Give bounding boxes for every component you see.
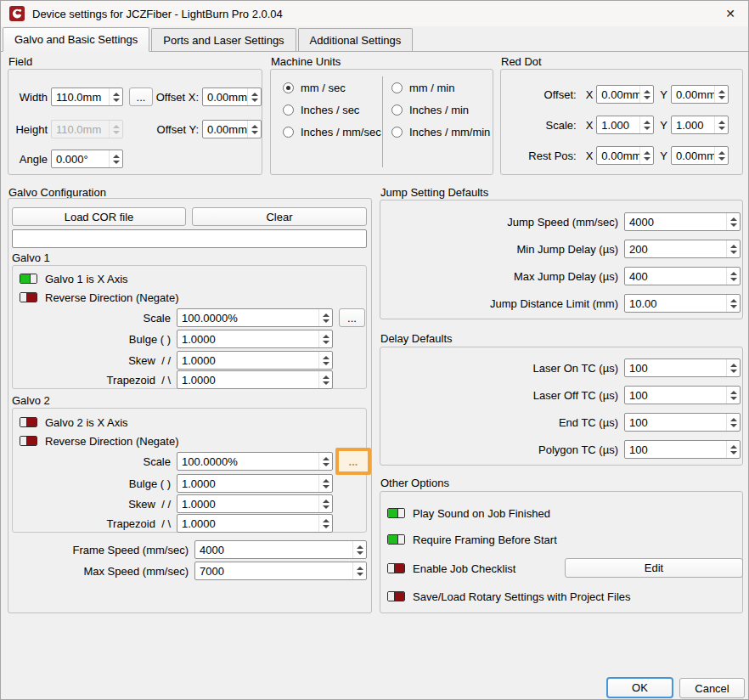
spin-down-icon[interactable] xyxy=(718,96,725,99)
spin-down-icon[interactable] xyxy=(730,278,737,281)
laser-on-tc-spinner[interactable] xyxy=(624,358,741,377)
spinner-arrows[interactable] xyxy=(639,86,653,103)
toggle-icon[interactable] xyxy=(20,292,37,302)
red-dot-rest-y-spinner[interactable] xyxy=(671,146,729,165)
spinner-arrows[interactable] xyxy=(247,88,261,105)
galvo2-x-axis-toggle-row[interactable]: Galvo 2 is X Axis xyxy=(20,415,128,429)
spinner-arrows[interactable] xyxy=(726,213,740,230)
ok-button[interactable]: OK xyxy=(606,677,673,698)
spinner-arrows[interactable] xyxy=(726,441,740,458)
spin-up-icon[interactable] xyxy=(323,479,329,483)
spin-down-icon[interactable] xyxy=(730,370,737,373)
spin-up-icon[interactable] xyxy=(730,418,737,421)
radio-inches-sec[interactable]: Inches / sec xyxy=(283,102,359,117)
close-icon[interactable]: ✕ xyxy=(721,7,740,20)
spin-up-icon[interactable] xyxy=(730,299,737,302)
max-jump-delay-input[interactable] xyxy=(625,268,726,285)
radio-icon[interactable] xyxy=(283,104,294,116)
galvo2-scale-spinner[interactable] xyxy=(177,452,333,471)
min-jump-delay-input[interactable] xyxy=(625,240,726,257)
galvo1-scale-input[interactable] xyxy=(177,309,318,326)
spin-up-icon[interactable] xyxy=(644,90,650,93)
clear-button[interactable]: Clear xyxy=(192,207,367,226)
spin-down-icon[interactable] xyxy=(644,127,650,130)
toggle-icon[interactable] xyxy=(20,436,37,446)
toggle-icon[interactable] xyxy=(20,417,37,427)
spinner-arrows[interactable] xyxy=(639,147,653,164)
toggle-icon[interactable] xyxy=(387,534,405,545)
spin-down-icon[interactable] xyxy=(323,381,329,385)
spinner-arrows[interactable] xyxy=(714,86,728,103)
galvo1-trapezoid-input[interactable] xyxy=(177,371,318,388)
spin-up-icon[interactable] xyxy=(718,90,725,93)
spin-down-icon[interactable] xyxy=(323,505,329,509)
spinner-arrows[interactable] xyxy=(352,541,366,558)
spinner-arrows[interactable] xyxy=(109,88,122,105)
field-width-spinner[interactable] xyxy=(51,88,123,106)
spin-down-icon[interactable] xyxy=(357,551,363,555)
spin-up-icon[interactable] xyxy=(323,313,329,317)
spin-up-icon[interactable] xyxy=(323,375,329,379)
radio-icon[interactable] xyxy=(391,127,403,138)
play-sound-toggle-row[interactable]: Play Sound on Job Finished xyxy=(387,506,550,520)
spin-up-icon[interactable] xyxy=(251,125,258,128)
rotary-settings-toggle-row[interactable]: Save/Load Rotary Settings with Project F… xyxy=(387,590,631,603)
spinner-arrows[interactable] xyxy=(318,515,332,532)
galvo1-bulge-input[interactable] xyxy=(177,330,318,347)
require-framing-toggle-row[interactable]: Require Framing Before Start xyxy=(387,533,557,546)
galvo2-skew-spinner[interactable] xyxy=(177,494,333,513)
galvo2-reverse-toggle-row[interactable]: Reverse Direction (Negate) xyxy=(20,434,179,448)
galvo1-trapezoid-spinner[interactable] xyxy=(177,370,333,389)
spinner-arrows[interactable] xyxy=(247,121,261,138)
spin-up-icon[interactable] xyxy=(323,457,329,460)
red-dot-rest-y-input[interactable] xyxy=(672,147,714,164)
polygon-tc-input[interactable] xyxy=(625,441,726,458)
radio-inches-min[interactable]: Inches / min xyxy=(391,102,469,117)
spinner-arrows[interactable] xyxy=(714,116,728,133)
spinner-arrows[interactable] xyxy=(318,330,332,347)
angle-input[interactable] xyxy=(52,150,109,167)
spinner-arrows[interactable] xyxy=(726,295,740,312)
spinner-arrows[interactable] xyxy=(318,475,332,492)
jump-distance-limit-input[interactable] xyxy=(625,295,726,312)
spin-up-icon[interactable] xyxy=(730,245,737,248)
spin-up-icon[interactable] xyxy=(644,151,650,155)
load-cor-file-button[interactable]: Load COR file xyxy=(12,207,186,226)
spin-down-icon[interactable] xyxy=(323,341,329,344)
spinner-arrows[interactable] xyxy=(726,387,740,404)
spin-down-icon[interactable] xyxy=(323,485,329,488)
red-dot-offset-y-spinner[interactable] xyxy=(671,85,729,104)
toggle-icon[interactable] xyxy=(387,591,405,601)
radio-icon[interactable] xyxy=(391,82,403,93)
galvo2-trapezoid-spinner[interactable] xyxy=(177,514,333,533)
spin-down-icon[interactable] xyxy=(323,463,329,466)
spin-up-icon[interactable] xyxy=(718,151,725,155)
jump-speed-spinner[interactable] xyxy=(624,212,741,231)
tab-ports-and-laser-settings[interactable]: Ports and Laser Settings xyxy=(151,28,296,51)
jump-speed-input[interactable] xyxy=(625,213,726,230)
spinner-arrows[interactable] xyxy=(109,150,122,167)
offset-y-spinner[interactable] xyxy=(202,120,262,138)
spinner-arrows[interactable] xyxy=(318,453,332,470)
spin-down-icon[interactable] xyxy=(718,127,725,130)
spin-down-icon[interactable] xyxy=(323,525,329,528)
tab-additional-settings[interactable]: Additional Settings xyxy=(298,28,414,51)
frame-speed-input[interactable] xyxy=(195,541,352,558)
spinner-arrows[interactable] xyxy=(352,562,366,579)
toggle-icon[interactable] xyxy=(387,508,405,518)
spin-down-icon[interactable] xyxy=(730,305,737,308)
spin-up-icon[interactable] xyxy=(730,391,737,394)
frame-speed-spinner[interactable] xyxy=(194,540,367,559)
spin-down-icon[interactable] xyxy=(251,131,258,134)
spin-up-icon[interactable] xyxy=(718,121,725,124)
red-dot-rest-x-input[interactable] xyxy=(597,147,639,164)
spinner-arrows[interactable] xyxy=(714,147,728,164)
spinner-arrows[interactable] xyxy=(318,352,332,369)
galvo2-bulge-input[interactable] xyxy=(177,475,318,492)
radio-inches-mm-min[interactable]: Inches / mm/min xyxy=(391,124,490,139)
spinner-arrows[interactable] xyxy=(726,359,740,376)
spin-down-icon[interactable] xyxy=(113,161,120,164)
spin-down-icon[interactable] xyxy=(323,362,329,365)
spin-up-icon[interactable] xyxy=(730,364,737,367)
spin-up-icon[interactable] xyxy=(730,272,737,275)
